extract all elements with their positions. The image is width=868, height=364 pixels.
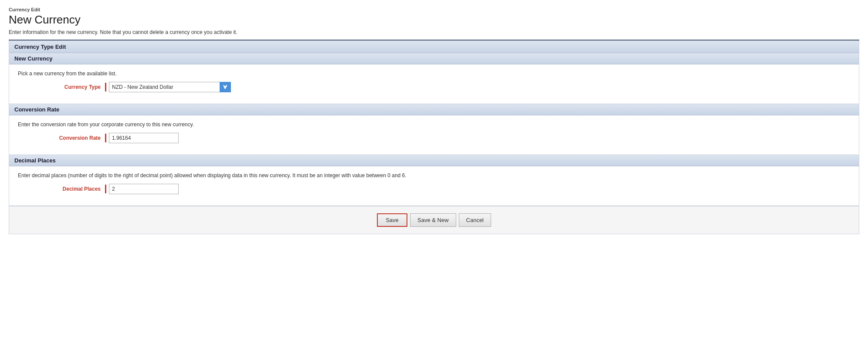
currency-type-row: Currency Type NZD - New Zealand Dollar U… — [18, 82, 850, 92]
currency-type-edit-header: Currency Type Edit — [9, 41, 859, 53]
decimal-places-desc: Enter decimal places (number of digits t… — [18, 172, 850, 179]
new-currency-section: New Currency Pick a new currency from th… — [9, 53, 859, 104]
decimal-places-input[interactable] — [109, 184, 179, 194]
decimal-places-section: Decimal Places Enter decimal places (num… — [9, 155, 859, 206]
page-subtitle: Currency Edit — [9, 7, 859, 12]
currency-type-select[interactable]: NZD - New Zealand Dollar USD - US Dollar… — [109, 82, 231, 92]
conversion-rate-section: Conversion Rate Enter the conversion rat… — [9, 104, 859, 155]
decimal-places-body: Enter decimal places (number of digits t… — [9, 166, 859, 206]
new-currency-desc: Pick a new currency from the available l… — [18, 71, 850, 77]
decimal-places-row: Decimal Places — [18, 184, 850, 194]
conversion-rate-header: Conversion Rate — [14, 106, 59, 113]
page-description: Enter information for the new currency. … — [9, 29, 859, 35]
decimal-required-indicator — [105, 185, 106, 193]
conversion-rate-desc: Enter the conversion rate from your corp… — [18, 121, 850, 128]
conversion-required-indicator — [105, 134, 106, 142]
decimal-places-label: Decimal Places — [18, 186, 105, 192]
buttons-area: Save Save & New Cancel — [9, 206, 859, 234]
required-indicator — [105, 83, 106, 91]
main-form-container: Currency Type Edit New Currency Pick a n… — [9, 40, 859, 234]
cancel-button[interactable]: Cancel — [459, 213, 491, 227]
new-currency-body: Pick a new currency from the available l… — [9, 64, 859, 104]
decimal-places-header: Decimal Places — [14, 157, 56, 164]
currency-type-label: Currency Type — [18, 84, 105, 90]
currency-type-select-wrapper: NZD - New Zealand Dollar USD - US Dollar… — [109, 82, 231, 92]
new-currency-header: New Currency — [14, 55, 52, 62]
conversion-rate-label: Conversion Rate — [18, 135, 105, 141]
page-title: New Currency — [9, 13, 859, 27]
conversion-rate-body: Enter the conversion rate from your corp… — [9, 115, 859, 155]
conversion-rate-input[interactable] — [109, 133, 179, 143]
save-new-button[interactable]: Save & New — [410, 213, 456, 227]
save-button[interactable]: Save — [377, 213, 407, 227]
conversion-rate-row: Conversion Rate — [18, 133, 850, 143]
